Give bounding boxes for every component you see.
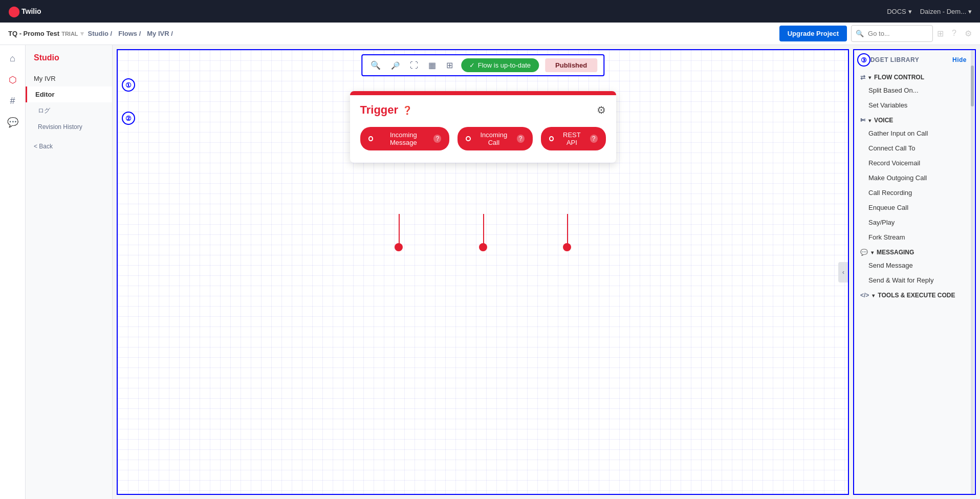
flow-status-button[interactable]: ✓ Flow is up-to-date — [461, 58, 539, 72]
chat-icon[interactable]: 💬 — [7, 117, 18, 128]
item-gather-input[interactable]: Gather Input on Call — [854, 126, 975, 141]
chevron-icon: ▾ — [871, 250, 874, 255]
checkmark-icon: ✓ — [469, 61, 475, 69]
nav-panel-title: Studio — [26, 53, 112, 71]
topbar-action-icons: ⊞ ? ⚙ — [937, 29, 972, 38]
hash-icon[interactable]: # — [10, 96, 15, 106]
search-icon: 🔍 — [856, 30, 864, 37]
canvas-area: ① ② 🔍 🔎 ⛶ ▦ ⊞ ✓ Flow is up-to-date Publi… — [117, 49, 849, 495]
apps-icon[interactable]: ⊞ — [937, 29, 944, 38]
sidebar-item-editor[interactable]: Editor — [26, 86, 112, 102]
chevron-icon: ▾ — [872, 293, 875, 298]
dot-icon — [466, 136, 471, 141]
fit-icon[interactable]: ⛶ — [408, 59, 420, 72]
section-header-messaging: 💬 ▾ MESSAGING — [854, 245, 975, 258]
topbar: ⬤ Twilio DOCS ▾ Daizen - Dem... ▾ — [0, 0, 980, 23]
incoming-message-button[interactable]: Incoming Message ? — [360, 127, 450, 150]
settings-icon[interactable]: ⚙ — [965, 29, 972, 38]
sidebar-item-revision[interactable]: Revision History — [26, 119, 112, 135]
item-connect-call[interactable]: Connect Call To — [854, 141, 975, 156]
item-fork-stream[interactable]: Fork Stream — [854, 230, 975, 245]
network-icon[interactable]: ⬡ — [9, 74, 17, 85]
back-link[interactable]: < Back — [26, 139, 112, 154]
conn-dot-message — [395, 243, 403, 251]
docs-link[interactable]: DOCS ▾ — [887, 8, 912, 15]
trigger-buttons: Incoming Message ? Incoming Call ? REST … — [360, 127, 606, 150]
scrollbar-track — [971, 50, 974, 494]
section-header-voice: ✄ ▾ VOICE — [854, 113, 975, 126]
topbar-right: DOCS ▾ Daizen - Dem... ▾ — [887, 8, 972, 15]
conn-dot-rest — [563, 243, 571, 251]
badge-1: ① — [122, 78, 135, 92]
item-send-wait-reply[interactable]: Send & Wait for Reply — [854, 273, 975, 288]
dot-icon — [549, 136, 554, 141]
sidebar-item-log[interactable]: ログ — [26, 102, 112, 119]
layout2-icon[interactable]: ⊞ — [444, 58, 455, 72]
trigger-widget: Trigger ❓ ⚙ Incoming Message ? Incoming … — [350, 91, 616, 163]
help-icon[interactable]: ? — [590, 135, 598, 143]
trigger-title: Trigger ❓ — [360, 103, 413, 117]
trigger-header — [350, 91, 616, 95]
section-header-flow-control: ⇄ ▾ FLOW CONTROL — [854, 70, 975, 83]
dot-icon — [368, 136, 374, 141]
section-header-tools: </> ▾ TOOLS & EXECUTE CODE — [854, 288, 975, 301]
upgrade-button[interactable]: Upgrade Project — [779, 26, 847, 41]
collapse-panel-button[interactable]: ‹ — [838, 262, 848, 283]
canvas-toolbar: 🔍 🔎 ⛶ ▦ ⊞ ✓ Flow is up-to-date Published — [361, 54, 604, 76]
home-icon[interactable]: ⌂ — [10, 53, 15, 64]
tools-icon: </> — [860, 292, 869, 299]
widget-library-header: WIDGET LIBRARY Hide — [854, 50, 975, 70]
hide-link[interactable]: Hide — [952, 56, 967, 63]
published-button[interactable]: Published — [545, 58, 597, 72]
rest-api-button[interactable]: REST API ? — [541, 127, 606, 150]
chevron-down-icon: ▾ — [968, 8, 972, 15]
layout1-icon[interactable]: ▦ — [426, 58, 438, 72]
zoom-in-icon[interactable]: 🔍 — [368, 58, 383, 72]
trigger-settings-icon[interactable]: ⚙ — [597, 104, 606, 116]
item-send-message[interactable]: Send Message — [854, 258, 975, 273]
chevron-icon: ▾ — [868, 75, 871, 80]
conn-line-call — [483, 214, 484, 245]
breadcrumb: TQ - Promo Test TRIAL ▾ Studio / Flows /… — [8, 30, 175, 37]
item-say-play[interactable]: Say/Play — [854, 215, 975, 230]
sidebar-item-my-ivr[interactable]: My IVR — [26, 71, 112, 86]
item-split-based-on[interactable]: Split Based On... — [854, 83, 975, 98]
chevron-down-icon: ▾ — [908, 8, 912, 15]
conn-line-rest — [567, 214, 568, 245]
search-container[interactable]: 🔍 — [851, 25, 933, 42]
trigger-title-row: Trigger ❓ ⚙ — [360, 103, 606, 117]
badge-2: ② — [122, 112, 135, 125]
help-icon[interactable]: ? — [517, 135, 525, 143]
help-icon[interactable]: ? — [952, 29, 956, 38]
main-layout: ⌂ ⬡ # 💬 Studio My IVR Editor ログ Revision… — [0, 45, 980, 499]
search-input[interactable] — [864, 28, 925, 39]
badge-3: ③ — [857, 53, 870, 67]
left-sidebar: ⌂ ⬡ # 💬 — [0, 45, 26, 499]
item-enqueue-call[interactable]: Enqueue Call — [854, 200, 975, 215]
flow-control-icon: ⇄ — [860, 74, 865, 81]
user-menu[interactable]: Daizen - Dem... ▾ — [920, 8, 972, 15]
topbar-left: ⬤ Twilio — [8, 5, 41, 17]
help-icon[interactable]: ? — [433, 135, 441, 143]
trigger-body: Trigger ❓ ⚙ Incoming Message ? Incoming … — [350, 95, 616, 163]
incoming-call-button[interactable]: Incoming Call ? — [458, 127, 532, 150]
scrollbar-thumb[interactable] — [971, 66, 974, 106]
twilio-logo: ⬤ Twilio — [8, 5, 41, 17]
subbar: TQ - Promo Test TRIAL ▾ Studio / Flows /… — [0, 23, 980, 45]
subbar-right: Upgrade Project 🔍 ⊞ ? ⚙ — [779, 25, 972, 42]
conn-line-message — [399, 214, 400, 245]
item-make-outgoing-call[interactable]: Make Outgoing Call — [854, 170, 975, 185]
right-panel: ③ WIDGET LIBRARY Hide ⇄ ▾ FLOW CONTROL S… — [853, 49, 976, 495]
conn-dot-call — [479, 243, 487, 251]
messaging-icon: 💬 — [860, 249, 868, 256]
trigger-help-icon[interactable]: ❓ — [402, 105, 412, 115]
item-record-voicemail[interactable]: Record Voicemail — [854, 156, 975, 170]
chevron-icon: ▾ — [868, 118, 871, 123]
item-set-variables[interactable]: Set Variables — [854, 98, 975, 113]
item-call-recording[interactable]: Call Recording — [854, 185, 975, 200]
nav-panel: Studio My IVR Editor ログ Revision History… — [26, 45, 113, 499]
zoom-out-icon[interactable]: 🔎 — [389, 59, 402, 72]
voice-icon: ✄ — [860, 117, 865, 124]
